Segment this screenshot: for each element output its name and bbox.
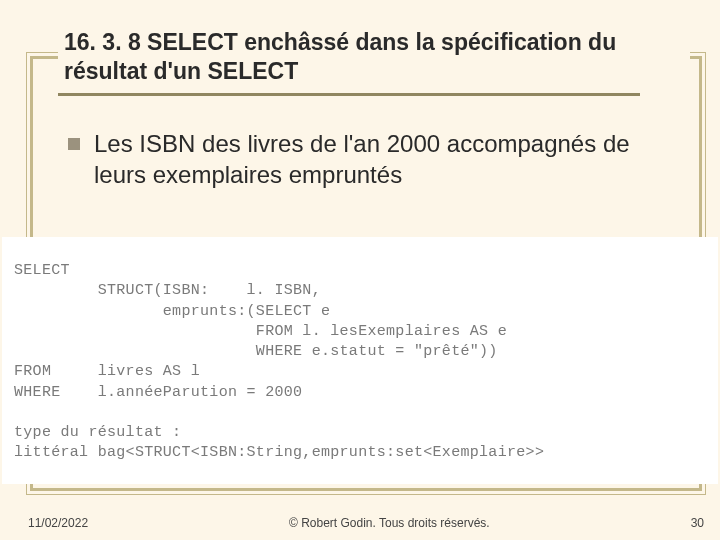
footer: 11/02/2022 © Robert Godin. Tous droits r… [0, 516, 720, 530]
bullet-item: Les ISBN des livres de l'an 2000 accompa… [68, 128, 680, 190]
slide: 16. 3. 8 SELECT enchâssé dans la spécifi… [0, 0, 720, 540]
footer-copyright: © Robert Godin. Tous droits réservés. [88, 516, 691, 530]
square-bullet-icon [68, 138, 80, 150]
bullet-text: Les ISBN des livres de l'an 2000 accompa… [94, 128, 680, 190]
title-underline [58, 93, 640, 96]
slide-title: 16. 3. 8 SELECT enchâssé dans la spécifi… [64, 28, 684, 86]
footer-page-number: 30 [691, 516, 704, 530]
title-box: 16. 3. 8 SELECT enchâssé dans la spécifi… [58, 18, 690, 98]
code-content: SELECT STRUCT(ISBN: l. ISBN, emprunts:(S… [14, 261, 706, 464]
code-block: SELECT STRUCT(ISBN: l. ISBN, emprunts:(S… [2, 237, 718, 484]
footer-date: 11/02/2022 [28, 516, 88, 530]
slide-body: Les ISBN des livres de l'an 2000 accompa… [68, 128, 680, 190]
